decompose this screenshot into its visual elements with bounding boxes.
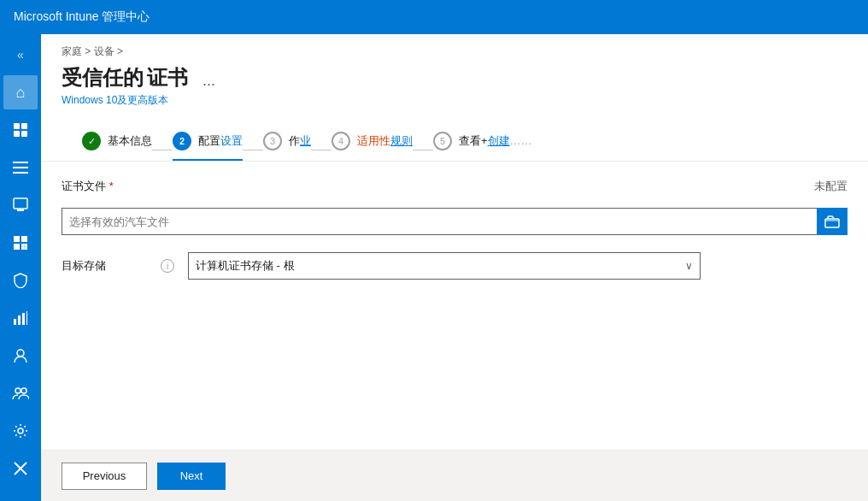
breadcrumb-home: 家庭 bbox=[62, 45, 82, 57]
more-options-button[interactable]: ... bbox=[202, 72, 215, 90]
svg-rect-4 bbox=[13, 162, 28, 163]
sidebar-item-home[interactable]: ⌂ bbox=[3, 75, 38, 109]
breadcrumb-sep2: > bbox=[117, 45, 123, 57]
topbar: Microsoft Intune 管理中心 bbox=[0, 0, 868, 34]
required-mark: * bbox=[109, 180, 114, 192]
step-2-label: 配置设置 bbox=[198, 133, 243, 149]
target-store-value: 计算机证书存储 - 根 bbox=[196, 258, 295, 274]
step-1-number: ✓ bbox=[82, 132, 101, 150]
step-4-number: 4 bbox=[331, 132, 350, 150]
page-subtitle: Windows 10及更高版本 bbox=[62, 93, 847, 108]
step-3-label: 作业 bbox=[289, 133, 311, 149]
wizard-step-5[interactable]: 5 查看+创建…… bbox=[433, 132, 532, 161]
file-browse-button[interactable] bbox=[817, 208, 847, 235]
svg-rect-15 bbox=[25, 247, 28, 250]
svg-rect-6 bbox=[13, 172, 28, 174]
svg-rect-9 bbox=[14, 236, 20, 242]
sidebar-item-apps[interactable] bbox=[3, 226, 38, 260]
svg-rect-12 bbox=[21, 244, 25, 247]
svg-rect-8 bbox=[17, 209, 24, 211]
wizard-step-4[interactable]: 4 适用性规则 bbox=[331, 132, 413, 161]
breadcrumb-devices: 设备 bbox=[94, 45, 114, 57]
step-sep-3 bbox=[311, 150, 331, 150]
form-area: 证书文件 * 未配置 目标存储 bbox=[41, 162, 868, 450]
target-store-info-icon[interactable]: i bbox=[161, 259, 174, 273]
svg-rect-19 bbox=[26, 311, 27, 325]
svg-point-20 bbox=[17, 350, 24, 357]
cert-file-status: 未配置 bbox=[814, 179, 847, 194]
page-title-black: 受信任的 bbox=[62, 66, 144, 89]
svg-rect-7 bbox=[14, 198, 27, 209]
sidebar-item-settings[interactable] bbox=[3, 414, 38, 448]
previous-button[interactable]: Previous bbox=[62, 463, 147, 490]
svg-rect-11 bbox=[14, 244, 20, 250]
svg-rect-14 bbox=[21, 247, 25, 250]
target-store-dropdown[interactable]: 计算机证书存储 - 根 ∨ bbox=[188, 252, 701, 280]
step-1-label: 基本信息 bbox=[108, 133, 152, 149]
breadcrumb-sep1: > bbox=[85, 45, 93, 57]
wizard-step-3[interactable]: 3 作业 bbox=[263, 132, 311, 161]
svg-rect-18 bbox=[22, 313, 25, 325]
step-5-number: 5 bbox=[433, 132, 452, 150]
breadcrumb: 家庭 > 设备 > bbox=[62, 44, 847, 59]
svg-rect-0 bbox=[14, 123, 20, 129]
svg-rect-3 bbox=[21, 131, 27, 137]
sidebar-item-dashboard[interactable] bbox=[3, 113, 38, 147]
svg-rect-2 bbox=[14, 131, 20, 137]
sidebar-item-users[interactable] bbox=[3, 339, 38, 373]
step-sep-4 bbox=[413, 150, 433, 150]
dropdown-arrow-icon: ∨ bbox=[685, 260, 693, 272]
step-2-number: 2 bbox=[173, 132, 191, 150]
target-store-label: 目标存储 bbox=[62, 258, 147, 274]
cert-file-row: 证书文件 * 未配置 bbox=[62, 179, 847, 194]
page-title-blue: 证书 bbox=[147, 66, 188, 89]
page-title-row: 受信任的 证书 ... bbox=[62, 64, 847, 91]
sidebar-item-devices[interactable] bbox=[3, 188, 38, 222]
cert-file-input[interactable] bbox=[62, 208, 817, 235]
page-header: 家庭 > 设备 > 受信任的 证书 ... Windows 10及更高版本 ✓ … bbox=[41, 34, 868, 162]
wizard-step-2[interactable]: 2 配置设置 bbox=[173, 132, 243, 161]
svg-rect-13 bbox=[25, 244, 28, 247]
svg-rect-16 bbox=[14, 319, 16, 325]
svg-point-22 bbox=[21, 388, 26, 393]
wizard-step-1[interactable]: ✓ 基本信息 bbox=[82, 132, 152, 161]
sidebar: « ⌂ bbox=[0, 34, 41, 501]
sidebar-item-security[interactable] bbox=[3, 263, 38, 298]
wizard-steps: ✓ 基本信息 2 配置设置 3 bbox=[62, 118, 847, 161]
step-sep-1 bbox=[152, 150, 173, 150]
step-sep-2 bbox=[243, 150, 263, 150]
svg-point-21 bbox=[15, 388, 21, 393]
app-title: Microsoft Intune 管理中心 bbox=[14, 9, 150, 25]
step-5-label: 查看+创建…… bbox=[459, 133, 532, 149]
next-button[interactable]: Next bbox=[157, 463, 226, 490]
file-input-row bbox=[62, 208, 847, 235]
sidebar-item-tools[interactable] bbox=[3, 451, 38, 486]
svg-rect-1 bbox=[21, 123, 27, 129]
svg-point-23 bbox=[18, 428, 23, 433]
step-3-number: 3 bbox=[263, 132, 282, 150]
svg-rect-17 bbox=[18, 315, 21, 325]
sidebar-item-list[interactable] bbox=[3, 150, 38, 185]
sidebar-item-reports[interactable] bbox=[3, 301, 38, 335]
svg-rect-5 bbox=[13, 167, 28, 168]
sidebar-item-groups[interactable] bbox=[3, 376, 38, 410]
target-store-row: 目标存储 i 计算机证书存储 - 根 ∨ bbox=[62, 252, 847, 280]
main-layout: « ⌂ bbox=[0, 34, 868, 501]
content-area: 家庭 > 设备 > 受信任的 证书 ... Windows 10及更高版本 ✓ … bbox=[41, 34, 868, 501]
svg-rect-10 bbox=[21, 236, 27, 242]
cert-file-label: 证书文件 * bbox=[62, 179, 164, 194]
step-4-label: 适用性规则 bbox=[357, 133, 413, 149]
footer: Previous Next bbox=[41, 450, 868, 501]
sidebar-collapse-button[interactable]: « bbox=[3, 41, 38, 68]
